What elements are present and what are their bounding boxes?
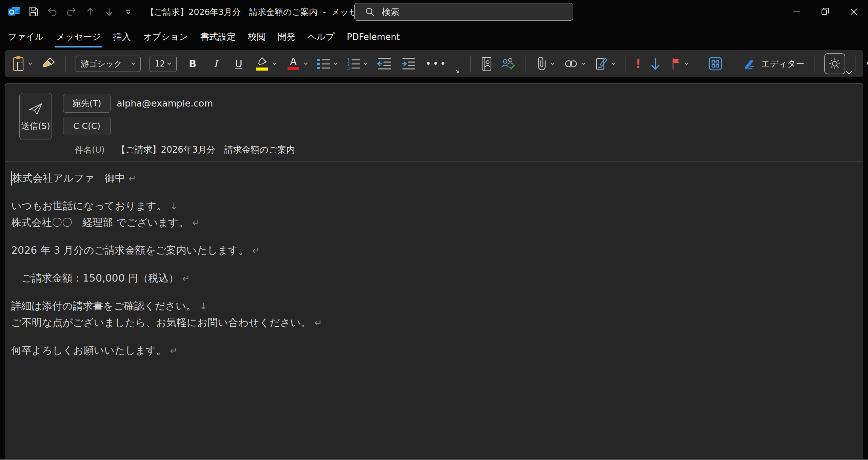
attach-icon	[536, 56, 547, 72]
more-formatting-button[interactable]: •••	[426, 58, 448, 69]
tab-pdfelement[interactable]: PDFelement	[341, 32, 406, 42]
bullets-chevron-icon[interactable]	[333, 62, 338, 65]
numbering-button[interactable]: 123	[347, 57, 368, 71]
high-importance-button[interactable]: !	[636, 57, 641, 71]
message-compose-panel: 送信(S) 宛先(T) C C(C) alpha@example.com 件名(…	[5, 83, 863, 460]
font-name-combo[interactable]: 游ゴシック	[76, 56, 141, 72]
line-break-mark: ↓	[170, 201, 178, 211]
apps-icon	[708, 56, 723, 71]
flag-button[interactable]	[670, 57, 689, 71]
bold-button[interactable]: B	[185, 58, 200, 70]
send-icon	[27, 101, 44, 116]
message-header: 送信(S) 宛先(T) C C(C) alpha@example.com 件名(…	[5, 83, 863, 161]
font-color-button[interactable]: A	[286, 57, 308, 70]
link-chevron-icon[interactable]	[581, 62, 586, 65]
collapse-ribbon-icon[interactable]	[845, 70, 853, 75]
tab-help[interactable]: ヘルプ	[301, 31, 341, 43]
address-book-icon	[480, 57, 493, 71]
italic-button[interactable]: I	[209, 58, 223, 70]
more-ribbon-button[interactable]: •••	[865, 58, 868, 69]
restore-icon[interactable]	[811, 0, 840, 24]
apps-button[interactable]	[708, 56, 723, 71]
tab-developer[interactable]: 開発	[272, 31, 301, 43]
subject-field-value[interactable]: 【ご請求】2026年3月分 請求金額のご案内	[117, 140, 295, 159]
body-line: 株式会社アルファ 御中↵	[11, 170, 863, 187]
save-icon[interactable]	[27, 5, 39, 19]
tab-options[interactable]: オプション	[137, 31, 194, 43]
to-button[interactable]: 宛先(T)	[63, 94, 111, 113]
undo-icon[interactable]	[46, 5, 58, 19]
send-button[interactable]: 送信(S)	[19, 93, 52, 139]
underline-button[interactable]: U	[232, 58, 246, 70]
quick-access-toolbar	[0, 5, 134, 19]
flag-chevron-icon[interactable]	[684, 62, 689, 65]
body-line: 2026 年 3 月分のご請求金額をご案内いたします。↵	[11, 242, 863, 259]
text-caret	[11, 171, 12, 186]
previous-item-icon[interactable]	[84, 5, 96, 19]
svg-text:3: 3	[347, 66, 350, 71]
tab-format-text[interactable]: 書式設定	[194, 31, 242, 43]
editor-label: エディター	[761, 58, 804, 69]
increase-indent-button[interactable]	[401, 57, 417, 71]
font-size-combo[interactable]: 12	[150, 56, 177, 72]
ribbon-divider	[733, 56, 733, 72]
numbering-chevron-icon[interactable]	[363, 62, 368, 65]
search-placeholder: 検索	[382, 6, 399, 18]
signature-button[interactable]	[595, 57, 616, 71]
attach-file-button[interactable]	[536, 56, 555, 72]
bullets-button[interactable]	[317, 57, 338, 71]
send-label: 送信(S)	[21, 120, 50, 132]
cc-button[interactable]: C C(C)	[63, 117, 111, 135]
numbering-icon: 123	[347, 57, 360, 71]
line-break-mark: ↓	[200, 301, 208, 311]
font-name-chevron-icon[interactable]	[131, 62, 136, 65]
check-names-button[interactable]	[501, 57, 516, 71]
font-color-chevron-icon[interactable]	[303, 62, 308, 65]
low-importance-button[interactable]	[650, 57, 661, 71]
highlight-color-button[interactable]	[255, 57, 277, 71]
font-size-chevron-icon[interactable]	[167, 62, 172, 65]
cc-field-underline	[117, 137, 857, 137]
body-line: 詳細は添付の請求書をご確認ください。↓	[11, 298, 863, 314]
check-names-icon	[501, 57, 516, 71]
to-field-value[interactable]: alpha@example.com	[117, 94, 213, 113]
link-button[interactable]	[564, 58, 586, 70]
format-painter-button[interactable]	[41, 57, 56, 71]
tab-review[interactable]: 校閲	[242, 31, 272, 43]
redo-icon[interactable]	[65, 5, 77, 19]
ribbon-divider	[526, 56, 526, 72]
tab-file[interactable]: ファイル	[2, 31, 50, 43]
svg-text:1: 1	[347, 57, 350, 62]
dialog-launcher-icon[interactable]	[454, 68, 460, 74]
attach-chevron-icon[interactable]	[550, 62, 555, 65]
sun-toggle-button[interactable]	[824, 53, 845, 74]
message-body-editor[interactable]: 株式会社アルファ 御中↵ いつもお世話になっております。↓ 株式会社〇〇 経理部…	[5, 162, 863, 460]
subject-label: 件名(U)	[75, 140, 105, 159]
font-color-swatch	[288, 67, 299, 70]
svg-text:2: 2	[347, 62, 350, 66]
qat-customize-icon[interactable]	[122, 5, 134, 19]
outlook-logo-icon	[8, 5, 20, 19]
close-icon[interactable]	[840, 0, 868, 24]
address-book-button[interactable]	[480, 57, 493, 71]
body-line: 何卒よろしくお願いいたします。↵	[11, 342, 863, 359]
highlight-chevron-icon[interactable]	[272, 62, 277, 65]
signature-chevron-icon[interactable]	[611, 62, 616, 65]
search-input[interactable]: 検索	[354, 3, 573, 21]
tab-insert[interactable]: 挿入	[107, 31, 137, 43]
ribbon-tabs: ファイル メッセージ 挿入 オプション 書式設定 校閲 開発 ヘルプ PDFel…	[0, 24, 868, 50]
tab-message[interactable]: メッセージ	[50, 31, 107, 43]
decrease-indent-button[interactable]	[377, 57, 392, 71]
next-item-icon[interactable]	[103, 5, 115, 19]
minimize-icon[interactable]	[783, 0, 811, 24]
paste-button[interactable]	[12, 56, 33, 72]
outdent-icon	[377, 57, 392, 71]
editor-button[interactable]: エディター	[743, 57, 804, 71]
paragraph-mark: ↵	[129, 173, 136, 184]
sun-icon	[828, 57, 842, 71]
font-color-icon: A	[286, 57, 301, 70]
window-controls	[783, 0, 868, 24]
paste-dropdown-chevron-icon[interactable]	[28, 62, 33, 65]
editor-pen-icon	[743, 57, 756, 71]
body-line: 株式会社〇〇 経理部 でございます。↵	[11, 214, 863, 231]
